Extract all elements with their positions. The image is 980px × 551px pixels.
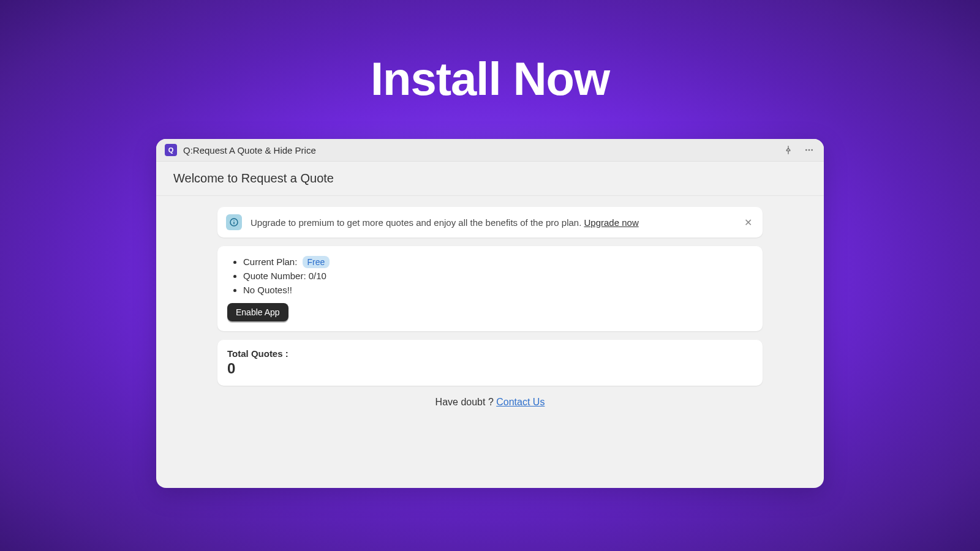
- app-logo: Q: [165, 144, 177, 156]
- no-quotes-item: No Quotes!!: [243, 283, 753, 297]
- svg-point-5: [233, 220, 234, 220]
- banner-message: Upgrade to premium to get more quotes an…: [251, 217, 584, 228]
- more-icon[interactable]: [803, 144, 815, 156]
- upgrade-banner: Upgrade to premium to get more quotes an…: [217, 207, 763, 238]
- svg-point-0: [805, 149, 807, 151]
- total-quotes-card: Total Quotes : 0: [217, 340, 763, 386]
- plan-card: Current Plan: Free Quote Number: 0/10 No…: [217, 246, 763, 331]
- contact-row: Have doubt ? Contact Us: [217, 397, 763, 408]
- app-header: Q Q:Request A Quote & Hide Price: [156, 139, 824, 162]
- welcome-bar: Welcome to Request a Quote: [156, 162, 824, 196]
- page-title: Install Now: [0, 0, 980, 139]
- svg-point-1: [809, 149, 810, 151]
- enable-app-button[interactable]: Enable App: [227, 303, 288, 321]
- app-window: Q Q:Request A Quote & Hide Price Welcome…: [156, 139, 824, 488]
- total-quotes-value: 0: [227, 360, 753, 377]
- current-plan-label: Current Plan:: [243, 257, 297, 267]
- banner-text: Upgrade to premium to get more quotes an…: [251, 217, 742, 228]
- plan-badge: Free: [303, 256, 330, 268]
- quote-number-item: Quote Number: 0/10: [243, 269, 753, 283]
- contact-us-link[interactable]: Contact Us: [496, 397, 545, 407]
- welcome-title: Welcome to Request a Quote: [173, 171, 807, 186]
- total-quotes-label: Total Quotes :: [227, 348, 753, 359]
- header-actions: [782, 144, 815, 156]
- plan-list: Current Plan: Free Quote Number: 0/10 No…: [227, 255, 753, 297]
- pin-icon[interactable]: [782, 144, 794, 156]
- contact-prefix: Have doubt ?: [435, 397, 497, 407]
- info-icon: [226, 214, 242, 230]
- content-area: Upgrade to premium to get more quotes an…: [156, 196, 824, 419]
- svg-point-2: [811, 149, 813, 151]
- app-name-label: Q:Request A Quote & Hide Price: [183, 145, 782, 156]
- close-icon[interactable]: ✕: [742, 216, 754, 228]
- upgrade-now-link[interactable]: Upgrade now: [584, 217, 639, 228]
- current-plan-item: Current Plan: Free: [243, 255, 753, 269]
